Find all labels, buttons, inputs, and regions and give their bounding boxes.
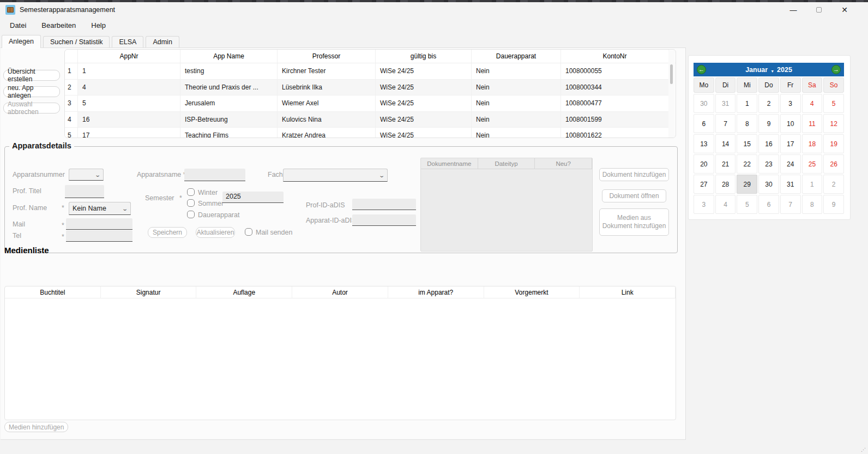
calendar-day[interactable]: 24 xyxy=(780,154,801,174)
sommer-radio[interactable] xyxy=(187,199,195,207)
mail-input[interactable] xyxy=(66,218,132,230)
calendar-day[interactable]: 7 xyxy=(715,114,736,133)
calendar-day[interactable]: 11 xyxy=(802,114,823,133)
calendar-day[interactable]: 10 xyxy=(780,114,801,133)
calendar-month[interactable]: Januar xyxy=(745,66,768,74)
menu-item-bearbeiten[interactable]: Bearbeiten xyxy=(40,20,77,31)
calendar-day[interactable]: 18 xyxy=(802,134,823,153)
apps-table-scrollbar[interactable] xyxy=(668,50,675,138)
tab-admin[interactable]: Admin xyxy=(146,36,179,48)
tab-elsa[interactable]: ELSA xyxy=(112,36,143,48)
media-header-1[interactable]: Buchtitel xyxy=(5,286,101,298)
sidebar-button-neue-app-anlegen[interactable]: neu. App anlegen xyxy=(3,86,60,97)
calendar-day[interactable]: 16 xyxy=(758,134,779,153)
menu-item-help[interactable]: Help xyxy=(90,20,107,31)
dokument-hinzufuegen-button[interactable]: Dokument hinzufügen xyxy=(599,168,669,181)
calendar-next-button[interactable]: → xyxy=(831,65,841,74)
sidebar-button-uebersicht-erstellen[interactable]: Übersicht erstellen xyxy=(3,70,60,81)
media-header-3[interactable]: Auflage xyxy=(196,286,292,298)
resize-grip[interactable]: ⋰ xyxy=(861,447,866,453)
documents-header-1[interactable]: Dokumentname xyxy=(421,158,478,169)
calendar-day[interactable]: 21 xyxy=(715,154,736,174)
fach-combobox[interactable]: ⌄ xyxy=(283,169,388,182)
calendar-day[interactable]: 8 xyxy=(737,114,757,133)
calendar-day[interactable]: 23 xyxy=(758,154,779,174)
apps-header-1[interactable]: AppNr xyxy=(78,50,180,63)
documents-table[interactable]: DokumentnameDateitypNeu? xyxy=(420,158,593,252)
calendar-day[interactable]: 2 xyxy=(823,175,844,194)
dokument-oeffnen-button[interactable]: Dokument öffnen xyxy=(602,189,666,202)
calendar-day[interactable]: 2 xyxy=(758,94,779,113)
media-header-7[interactable]: Link xyxy=(580,286,676,298)
calendar-day[interactable]: 9 xyxy=(823,195,844,214)
documents-header-3[interactable]: Neu? xyxy=(535,158,592,169)
media-table[interactable]: BuchtitelSignaturAuflageAutorim Apparat?… xyxy=(4,286,676,420)
apparatsname-input[interactable] xyxy=(184,169,245,181)
calendar-day[interactable]: 9 xyxy=(758,114,779,133)
calendar-title[interactable]: Januar▼ 2025 xyxy=(745,66,792,74)
minimize-button[interactable]: — xyxy=(781,2,806,17)
prof-titel-input[interactable] xyxy=(65,185,104,198)
calendar-day[interactable]: 3 xyxy=(694,195,714,214)
apps-table[interactable]: AppNrApp NameProfessorgültig bisDauerapp… xyxy=(64,49,676,138)
calendar-prev-button[interactable]: ← xyxy=(697,65,706,74)
apps-header-6[interactable]: KontoNr xyxy=(561,50,669,63)
medien-aus-dokument-button[interactable]: Medien aus Dokument hinzufügen xyxy=(599,208,669,236)
calendar-day[interactable]: 6 xyxy=(694,114,714,133)
calendar-day[interactable]: 12 xyxy=(823,114,844,133)
mail-senden-checkbox[interactable] xyxy=(245,228,252,236)
calendar-day[interactable]: 19 xyxy=(823,134,844,153)
calendar-day[interactable]: 28 xyxy=(715,175,736,194)
table-row[interactable]: 35JerusalemWiemer AxelWiSe 24/25Nein1008… xyxy=(65,95,676,112)
calendar-day[interactable]: 1 xyxy=(802,175,823,194)
calendar-day-selected[interactable]: 29 xyxy=(737,175,757,194)
apparat-id-adis-input[interactable] xyxy=(352,214,416,226)
calendar-day[interactable]: 7 xyxy=(780,195,801,214)
media-header-2[interactable]: Signatur xyxy=(101,286,197,298)
calendar-day[interactable]: 1 xyxy=(737,94,757,113)
calendar-day[interactable]: 14 xyxy=(715,134,736,153)
aktualisieren-button[interactable]: Aktualisieren xyxy=(196,227,235,238)
close-button[interactable]: ✕ xyxy=(832,2,857,17)
year-input[interactable]: 2025 xyxy=(222,192,284,203)
maximize-button[interactable] xyxy=(806,2,831,17)
apparatsnummer-combobox[interactable]: ⌄ xyxy=(69,169,104,181)
tab-anlegen[interactable]: Anlegen xyxy=(2,35,41,48)
apps-header-3[interactable]: Professor xyxy=(278,50,376,63)
calendar-day[interactable]: 30 xyxy=(694,94,714,113)
media-header-5[interactable]: im Apparat? xyxy=(388,286,484,298)
tab-suchen-statistik[interactable]: Suchen / Statistik xyxy=(43,36,110,48)
table-row[interactable]: 24Theorie und Praxis der ...Lüsebrink Il… xyxy=(65,80,676,96)
calendar-day[interactable]: 8 xyxy=(802,195,823,214)
calendar-day[interactable]: 4 xyxy=(802,94,823,113)
prof-name-combobox[interactable]: Kein Name⌄ xyxy=(69,202,131,215)
calendar-day[interactable]: 17 xyxy=(780,134,801,153)
calendar-day[interactable]: 5 xyxy=(737,195,757,214)
table-row[interactable]: 517Teaching FilmsKratzer AndreaWiSe 24/2… xyxy=(65,128,676,138)
table-row[interactable]: 416ISP-BetreuungKulovics NinaWiSe 24/25N… xyxy=(65,112,676,128)
calendar-day[interactable]: 3 xyxy=(780,94,801,113)
calendar-day[interactable]: 4 xyxy=(715,195,736,214)
medien-hinzufuegen-button[interactable]: Medien hinzufügen xyxy=(4,422,68,432)
dauerapparat-radio[interactable] xyxy=(187,211,195,218)
speichern-button[interactable]: Speichern xyxy=(148,227,187,238)
calendar-day[interactable]: 6 xyxy=(758,195,779,214)
calendar-day[interactable]: 15 xyxy=(737,134,757,153)
calendar-day[interactable]: 13 xyxy=(694,134,714,153)
apps-header-5[interactable]: Dauerapparat xyxy=(472,50,561,63)
calendar-day[interactable]: 26 xyxy=(823,154,844,174)
calendar-day[interactable]: 20 xyxy=(694,154,714,174)
media-header-4[interactable]: Autor xyxy=(292,286,388,298)
media-header-6[interactable]: Vorgemerkt xyxy=(484,286,580,298)
calendar-year[interactable]: 2025 xyxy=(777,66,792,74)
titlebar[interactable]: Semesterapparatsmanagement — ✕ xyxy=(0,2,868,17)
calendar-day[interactable]: 31 xyxy=(715,94,736,113)
apps-header-4[interactable]: gültig bis xyxy=(376,50,472,63)
menu-item-datei[interactable]: Datei xyxy=(9,20,27,31)
documents-header-2[interactable]: Dateityp xyxy=(478,158,535,169)
calendar-day[interactable]: 30 xyxy=(758,175,779,194)
sidebar-button-auswahl-abbrechen[interactable]: Auswahl abbrechen xyxy=(3,103,60,113)
winter-radio[interactable] xyxy=(187,188,195,196)
prof-id-adis-input[interactable] xyxy=(352,199,416,210)
calendar-day[interactable]: 22 xyxy=(737,154,757,174)
